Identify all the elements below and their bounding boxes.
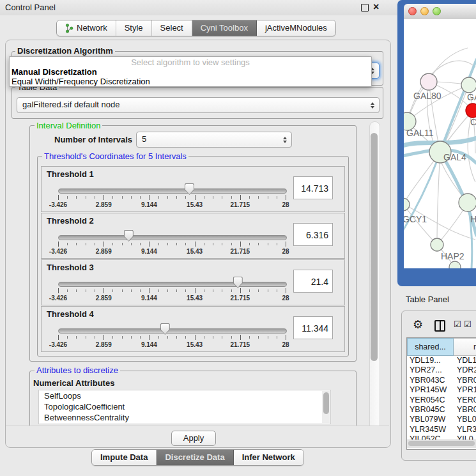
network-node[interactable]	[420, 73, 437, 90]
table-row[interactable]: YDL19...YDL1	[407, 356, 476, 365]
window-zoom-button[interactable]	[433, 7, 441, 15]
network-canvas[interactable]: GAL80GACGAL11GAL4GCY1HHAP2	[404, 19, 476, 268]
algorithm-dropdown-popup: Select algorithm to view settings Manual…	[9, 56, 372, 87]
slider-tick-label: 2.859	[96, 201, 112, 208]
tab-select[interactable]: Select	[152, 20, 192, 36]
network-node[interactable]	[459, 194, 476, 211]
slider-tick-label: -3.426	[49, 295, 67, 302]
tab-label: Network	[77, 20, 107, 36]
bottom-tab-bar: Impute Data Discretize Data Infer Networ…	[91, 449, 304, 466]
network-node-label: H	[470, 214, 476, 224]
slider-tick-label: 21.715	[231, 201, 250, 208]
slider-tick-label: 15.43	[187, 201, 203, 208]
network-node-label: GA	[467, 92, 476, 102]
numerical-attributes-label: Numerical Attributes	[33, 378, 114, 388]
columns-icon[interactable]	[434, 320, 445, 332]
table-cell: YDR2	[454, 365, 476, 375]
checkbox-icon[interactable]: ☑	[454, 319, 461, 329]
app-root: Control Panel × Network Style Select Cyn…	[0, 0, 476, 476]
combo-stepper-icon	[371, 102, 374, 109]
top-tab-bar: Network Style Select Cyni Toolbox jActiv…	[56, 20, 336, 36]
slider-tick-label: 21.715	[231, 295, 250, 302]
table-row[interactable]: YLR345WYLR3	[407, 425, 476, 434]
content-vertical-scrollbar-thumb[interactable]	[371, 133, 378, 361]
tab-style[interactable]: Style	[116, 20, 152, 36]
tab-label: Select	[160, 20, 183, 36]
tab-label: jActiveMNodules	[265, 20, 327, 36]
attributes-list-scrollbar[interactable]	[322, 391, 330, 423]
table-cell: YDL1	[454, 356, 476, 365]
close-icon[interactable]: ×	[373, 1, 379, 13]
float-window-icon[interactable]	[361, 4, 369, 12]
table-cell: YBR0	[454, 376, 476, 385]
table-cell: YLR345W	[407, 425, 454, 434]
control-panel-titlebar: Control Panel ×	[0, 0, 397, 15]
numerical-attributes-list[interactable]: SelfLoopsTopologicalCoefficientBetweenne…	[38, 390, 331, 424]
table-cell: YBR0	[454, 405, 476, 415]
network-node[interactable]	[461, 77, 476, 93]
table-header-row: shared... n	[407, 338, 476, 356]
network-window-titlebar[interactable]	[404, 4, 476, 20]
combo-stepper-icon	[283, 137, 287, 143]
table-data-combobox[interactable]: galFiltered.sif default node	[17, 97, 380, 113]
number-of-intervals-combobox[interactable]: 5	[136, 132, 292, 148]
tab-label: Discretize Data	[165, 450, 224, 465]
slider-tick-label: 28	[282, 248, 289, 255]
tab-impute-data[interactable]: Impute Data	[92, 450, 157, 465]
attribute-list-item[interactable]: SelfLoops	[39, 390, 330, 401]
table-cell: YBL079W	[407, 415, 454, 424]
checkbox-icon[interactable]: ☑	[464, 319, 472, 329]
popup-hint: Select algorithm to view settings	[10, 58, 371, 67]
slider-tick-label: 21.715	[231, 248, 250, 255]
gear-icon[interactable]: ⚙	[413, 318, 423, 332]
number-of-intervals-value: 5	[137, 132, 291, 146]
threshold-value-field[interactable]: 21.4	[293, 270, 333, 293]
tab-infer-network[interactable]: Infer Network	[234, 450, 303, 465]
network-node-label: GAL80	[413, 91, 441, 101]
network-node[interactable]	[431, 238, 443, 251]
table-row[interactable]: YDR27...YDR2	[407, 365, 476, 375]
threshold-value-field[interactable]: 14.713	[293, 176, 333, 199]
slider-tick-label: 28	[282, 295, 289, 302]
threshold-value-field[interactable]: 6.316	[293, 223, 333, 246]
attribute-list-item[interactable]: BetweennessCentrality	[39, 412, 330, 423]
table-row[interactable]: YBL079WYBL0	[407, 415, 476, 424]
popup-option-manual-discretization[interactable]: Manual Discretization	[10, 67, 371, 77]
window-close-button[interactable]	[408, 7, 417, 15]
attribute-list-item[interactable]: TopologicalCoefficient	[39, 401, 330, 412]
tab-discretize-data[interactable]: Discretize Data	[157, 450, 233, 465]
slider-tick-label: 15.43	[187, 341, 203, 348]
tab-label: Infer Network	[242, 450, 295, 465]
network-node-label: C	[470, 117, 476, 127]
slider-tick-label: 9.144	[141, 295, 157, 302]
table-data-combobox-value: galFiltered.sif default node	[17, 98, 379, 112]
column-header-shared-name[interactable]: shared...	[407, 338, 454, 356]
table-row[interactable]: YBR045CYBR0	[407, 405, 476, 415]
tab-cyni-toolbox[interactable]: Cyni Toolbox	[192, 20, 257, 36]
table-row[interactable]: YPR145WYPR1	[407, 385, 476, 395]
table-horizontal-scrollbar-thumb[interactable]	[408, 441, 475, 446]
number-of-intervals-label: Number of Intervals	[54, 135, 132, 144]
threshold-1-panel: Threshold 1 -3.4262.8599.14415.4321.7152…	[41, 166, 345, 212]
threshold-value-field[interactable]: 11.344	[293, 316, 333, 339]
column-header-name[interactable]: n	[454, 338, 476, 356]
tab-network[interactable]: Network	[57, 20, 116, 36]
network-node[interactable]	[466, 104, 476, 118]
table-row[interactable]: YBR043CYBR0	[407, 376, 476, 385]
table-row[interactable]: YER054CYER0	[407, 395, 476, 405]
tab-label: Style	[125, 20, 143, 36]
slider-tick-label: 9.144	[141, 201, 157, 208]
slider-tick-label: -3.426	[49, 201, 67, 208]
network-node[interactable]	[404, 198, 410, 211]
apply-button[interactable]: Apply	[171, 431, 216, 446]
threshold-3-panel: Threshold 3 -3.4262.8599.14415.4321.7152…	[41, 259, 345, 305]
attribute-items: SelfLoopsTopologicalCoefficientBetweenne…	[39, 390, 330, 423]
window-minimize-button[interactable]	[420, 7, 429, 15]
popup-option-equal-width-frequency[interactable]: Equal Width/Frequency Discretization	[10, 77, 371, 86]
threshold-2-panel: Threshold 2 -3.4262.8599.14415.4321.7152…	[41, 213, 345, 259]
network-icon	[65, 24, 73, 33]
table-panel-title: Table Panel	[406, 295, 449, 304]
attributes-list-scrollbar-thumb[interactable]	[323, 392, 329, 414]
slider-tick-label: 9.144	[141, 248, 157, 255]
tab-jactivemnodules[interactable]: jActiveMNodules	[257, 20, 335, 36]
